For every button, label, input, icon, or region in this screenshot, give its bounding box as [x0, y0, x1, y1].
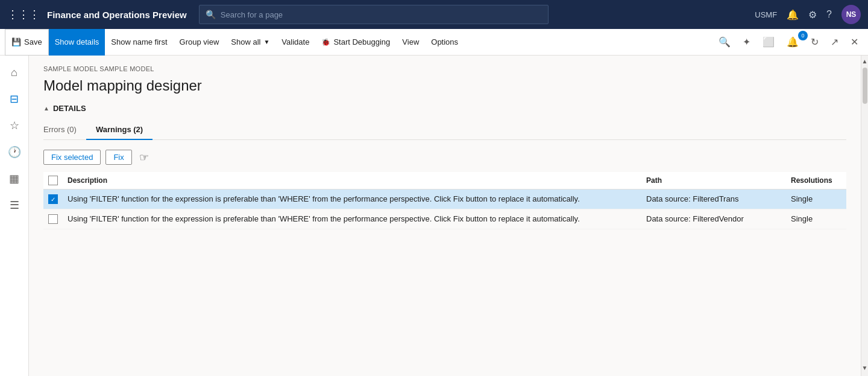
toolbar-right-icons: 🔍 ✦ ⬜ 🔔 0 ↻ ↗ ✕: [714, 34, 863, 50]
app-title: Finance and Operations Preview: [47, 10, 187, 20]
row-1-checkbox[interactable]: ✓: [48, 194, 58, 204]
tabs-container: Errors (0) Warnings (2): [43, 120, 846, 140]
save-button[interactable]: 💾 Save: [5, 29, 49, 56]
col-path: Path: [641, 172, 786, 190]
search-icon: 🔍: [206, 10, 216, 19]
validate-button[interactable]: Validate: [275, 29, 315, 56]
breadcrumb: SAMPLE MODEL SAMPLE MODEL: [29, 56, 861, 75]
start-debugging-button[interactable]: 🐞 Start Debugging: [315, 29, 396, 56]
table-header-row: Description Path Resolutions: [43, 172, 846, 190]
page-title: Model mapping designer: [29, 75, 861, 104]
col-check: [43, 172, 63, 190]
options-button[interactable]: Options: [425, 29, 464, 56]
open-new-icon[interactable]: ↗: [826, 34, 843, 50]
row-2-path: Data source: FilteredVendor: [641, 209, 786, 229]
tab-errors[interactable]: Errors (0): [43, 120, 86, 140]
search-toolbar-icon[interactable]: 🔍: [714, 34, 735, 50]
refresh-icon[interactable]: ↻: [806, 34, 823, 50]
show-name-first-button[interactable]: Show name first: [105, 29, 173, 56]
col-description: Description: [63, 172, 641, 190]
debug-icon: 🐞: [321, 38, 330, 46]
expand-icon[interactable]: ⬜: [758, 34, 779, 50]
row-2-description: Using 'FILTER' function for the expressi…: [63, 209, 641, 229]
top-nav: ⋮⋮⋮ Finance and Operations Preview 🔍 USM…: [0, 0, 868, 29]
details-section: ▲ DETAILS Errors (0) Warnings (2) Fix se…: [29, 104, 861, 229]
view-button[interactable]: View: [396, 29, 425, 56]
col-resolutions: Resolutions: [786, 172, 846, 190]
grid-menu-icon[interactable]: ⋮⋮⋮: [7, 8, 40, 21]
scroll-up-arrow[interactable]: ▲: [860, 56, 868, 67]
sidebar-item-favorites[interactable]: ☆: [2, 113, 27, 138]
group-view-button[interactable]: Group view: [174, 29, 225, 56]
search-bar[interactable]: 🔍: [199, 5, 549, 24]
settings-icon[interactable]: ⚙: [808, 9, 817, 21]
notification-toolbar-icon[interactable]: 🔔 0: [782, 34, 804, 50]
details-header: ▲ DETAILS: [43, 104, 846, 113]
show-details-button[interactable]: Show details: [49, 29, 105, 56]
help-icon[interactable]: ?: [826, 9, 832, 20]
toolbar: 💾 Save Show details Show name first Grou…: [0, 29, 868, 56]
show-all-button[interactable]: Show all ▼: [225, 29, 275, 56]
save-icon: 💾: [11, 37, 21, 46]
table-row[interactable]: ✓ Using 'FILTER' function for the expres…: [43, 190, 846, 209]
notification-badge: 0: [798, 31, 808, 40]
row-2-check-cell: [43, 209, 63, 229]
warnings-table: Description Path Resolutions ✓: [43, 172, 846, 229]
show-all-dropdown-icon: ▼: [263, 39, 269, 45]
tab-warnings[interactable]: Warnings (2): [86, 120, 153, 140]
sidebar-item-recent[interactable]: 🕐: [2, 140, 27, 164]
select-all-checkbox[interactable]: [48, 176, 58, 185]
close-icon[interactable]: ✕: [846, 34, 863, 50]
sidebar-item-workspaces[interactable]: ▦: [2, 167, 27, 191]
collapse-triangle-icon[interactable]: ▲: [43, 105, 49, 112]
cursor-indicator: ☞: [139, 151, 149, 164]
avatar[interactable]: NS: [841, 5, 861, 24]
row-2-resolutions: Single: [786, 209, 846, 229]
row-1-resolutions: Single: [786, 190, 846, 209]
nav-right: USMF 🔔 ⚙ ? NS: [755, 5, 861, 24]
right-scrollbar: ▲ ▼: [861, 56, 868, 376]
sidebar: ⌂ ⊟ ☆ 🕐 ▦ ☰: [0, 56, 29, 376]
search-input[interactable]: [221, 10, 542, 19]
table-row[interactable]: Using 'FILTER' function for the expressi…: [43, 209, 846, 229]
row-1-check-cell: ✓: [43, 190, 63, 209]
row-1-description: Using 'FILTER' function for the expressi…: [63, 190, 641, 209]
personalize-icon[interactable]: ✦: [738, 34, 755, 50]
scrollbar-thumb[interactable]: [863, 68, 867, 104]
company-label: USMF: [755, 10, 777, 19]
sidebar-item-filter[interactable]: ⊟: [2, 87, 27, 111]
sidebar-item-home[interactable]: ⌂: [2, 60, 27, 84]
row-2-checkbox[interactable]: [48, 214, 58, 224]
scroll-down-arrow[interactable]: ▼: [860, 362, 868, 374]
sidebar-item-modules[interactable]: ☰: [2, 193, 27, 217]
row-1-path: Data source: FilteredTrans: [641, 190, 786, 209]
main-layout: ⌂ ⊟ ☆ 🕐 ▦ ☰ SAMPLE MODEL SAMPLE MODEL Mo…: [0, 56, 868, 376]
fix-button[interactable]: Fix: [105, 150, 131, 165]
notification-icon[interactable]: 🔔: [787, 9, 799, 21]
page-content: SAMPLE MODEL SAMPLE MODEL Model mapping …: [29, 56, 861, 376]
fix-buttons-container: Fix selected Fix ☞: [43, 150, 846, 165]
fix-selected-button[interactable]: Fix selected: [43, 150, 101, 165]
